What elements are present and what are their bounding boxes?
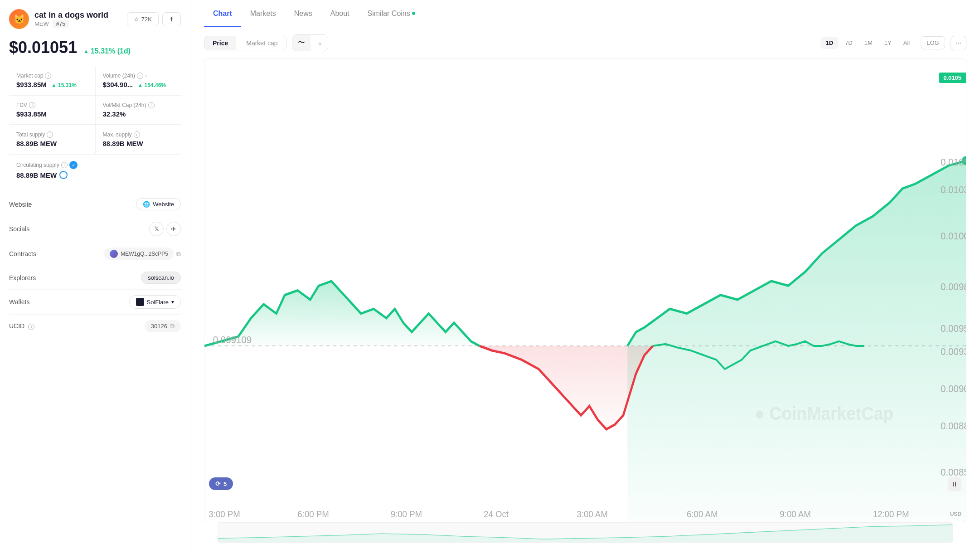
snapshot-button[interactable]: ⟳ 5 xyxy=(209,477,233,490)
tab-similar-coins[interactable]: Similar Coins xyxy=(359,0,424,27)
volume-more-icon[interactable]: › xyxy=(145,73,147,79)
mini-chart-area xyxy=(204,522,966,547)
usd-label: USD xyxy=(950,511,961,517)
svg-text:● CoinMarketCap: ● CoinMarketCap xyxy=(754,403,893,424)
ucid-badge: 30126 ⧉ xyxy=(145,320,181,332)
globe-icon: 🌐 xyxy=(143,201,150,208)
website-button[interactable]: 🌐 Website xyxy=(136,198,181,210)
svg-text:0.0095: 0.0095 xyxy=(941,323,966,335)
contracts-label: Contracts xyxy=(9,250,36,258)
chart-controls: Price Market cap 〜 ⬦ 1D 7D 1M 1Y All LOG… xyxy=(190,27,980,58)
verified-icon: ✓ xyxy=(69,161,78,169)
wallet-icon xyxy=(136,298,144,306)
total-supply-value: 88.89B MEW xyxy=(16,140,87,147)
market-cap-type-button[interactable]: Market cap xyxy=(238,36,286,50)
wallet-button[interactable]: SolFlare ▾ xyxy=(129,295,181,309)
twitter-icon[interactable]: 𝕏 xyxy=(149,222,164,236)
wallets-value: SolFlare ▾ xyxy=(129,295,181,309)
svg-text:0.0103: 0.0103 xyxy=(941,184,966,195)
market-cap-value: $933.85M ▲ 15.31% xyxy=(16,81,87,88)
tab-markets[interactable]: Markets xyxy=(241,0,285,27)
time-7d-button[interactable]: 7D xyxy=(839,37,858,49)
explorers-label: Explorers xyxy=(9,274,36,282)
candle-chart-tool-button[interactable]: ⬦ xyxy=(312,35,328,51)
svg-text:0.0093: 0.0093 xyxy=(941,346,966,358)
watchlist-count: 72K xyxy=(141,16,152,23)
red-area-fill xyxy=(480,346,653,429)
copy-contract-icon[interactable]: ⧉ xyxy=(176,250,181,258)
svg-text:6:00 PM: 6:00 PM xyxy=(297,509,329,519)
header-actions: ☆ 72K ⬆ xyxy=(127,12,181,26)
circ-supply-info-icon[interactable]: i xyxy=(61,162,68,168)
website-label: Website xyxy=(9,201,32,208)
total-supply-info-icon[interactable]: i xyxy=(47,131,53,138)
fdv-card: FDV i $933.85M xyxy=(9,96,95,124)
time-all-button[interactable]: All xyxy=(898,37,915,49)
price-section: $0.01051 15.31% (1d) xyxy=(9,38,181,57)
coin-rank: #75 xyxy=(53,20,69,28)
line-chart-tool-button[interactable]: 〜 xyxy=(292,35,310,51)
circ-supply-label: Circulating supply i ✓ xyxy=(16,161,174,169)
chart-wrapper: 0.0105 0.0103 0.0100 0.0098 0.0095 0.009… xyxy=(190,58,980,554)
wallets-row: Wallets SolFlare ▾ xyxy=(9,290,181,315)
share-button[interactable]: ⬆ xyxy=(162,12,181,26)
contract-badge: MEW1gQ...zScPP5 xyxy=(104,248,174,260)
vol-mkt-card: Vol/Mkt Cap (24h) i 32.32% xyxy=(96,96,181,124)
ucid-info-icon[interactable]: i xyxy=(28,324,34,330)
watchlist-button[interactable]: ☆ 72K xyxy=(127,12,159,26)
max-supply-card: Max. supply i 88.89B MEW xyxy=(96,125,181,154)
max-supply-info-icon[interactable]: i xyxy=(134,131,140,138)
coin-logo: 🐱 xyxy=(9,9,29,29)
stats-grid: Market cap i $933.85M ▲ 15.31% Volume (2… xyxy=(9,66,181,185)
current-price-label: 0.0105 xyxy=(939,73,966,83)
copy-ucid-icon[interactable]: ⧉ xyxy=(170,322,175,330)
fdv-value: $933.85M xyxy=(16,110,87,118)
snapshot-count: 5 xyxy=(223,481,227,487)
explorers-value: solscan.io xyxy=(141,272,181,284)
time-1d-button[interactable]: 1D xyxy=(820,37,839,49)
tab-chart[interactable]: Chart xyxy=(204,0,241,27)
volume-label: Volume (24h) i › xyxy=(103,73,174,79)
price-change: 15.31% (1d) xyxy=(83,47,131,55)
mini-chart xyxy=(218,523,952,542)
circ-supply-value: 88.89B MEW xyxy=(16,171,57,179)
volume-value: $304.90... ▲ 154.46% xyxy=(103,81,174,88)
circ-supply-card: Circulating supply i ✓ 88.89B MEW xyxy=(9,155,181,185)
explorer-button[interactable]: solscan.io xyxy=(141,272,181,284)
tab-news[interactable]: News xyxy=(285,0,321,27)
pause-button[interactable]: ⏸ xyxy=(948,477,961,491)
svg-text:3:00 PM: 3:00 PM xyxy=(209,509,240,519)
svg-text:0.0090: 0.0090 xyxy=(941,383,966,394)
price-type-button[interactable]: Price xyxy=(204,36,236,50)
time-1m-button[interactable]: 1M xyxy=(859,37,878,49)
chart-tool-group: 〜 ⬦ xyxy=(292,34,328,51)
svg-text:0.0085: 0.0085 xyxy=(941,467,966,478)
mini-chart-area xyxy=(218,525,952,542)
log-button[interactable]: LOG xyxy=(921,36,945,49)
ucid-value: 30126 ⧉ xyxy=(145,320,181,332)
max-supply-label: Max. supply i xyxy=(103,131,174,138)
volume-card: Volume (24h) i › $304.90... ▲ 154.46% xyxy=(96,66,181,95)
svg-text:3:00 AM: 3:00 AM xyxy=(577,509,607,519)
fdv-info-icon[interactable]: i xyxy=(29,102,35,108)
more-options-button[interactable]: ··· xyxy=(951,36,966,50)
star-icon: ☆ xyxy=(134,16,139,23)
nav-tabs: Chart Markets News About Similar Coins xyxy=(190,0,980,27)
green-area-fill xyxy=(627,161,966,522)
market-cap-info-icon[interactable]: i xyxy=(45,73,51,79)
tab-about[interactable]: About xyxy=(321,0,359,27)
time-period-group: 1D 7D 1M 1Y All xyxy=(820,37,916,49)
ucid-label: UCID i xyxy=(9,322,34,330)
svg-text:0.0088: 0.0088 xyxy=(941,420,966,432)
chevron-down-icon: ▾ xyxy=(171,299,174,305)
telegram-icon[interactable]: ✈ xyxy=(166,222,181,236)
contract-token-icon xyxy=(110,250,118,258)
time-1y-button[interactable]: 1Y xyxy=(879,37,897,49)
chart-type-group: Price Market cap xyxy=(204,36,286,50)
circ-supply-row: 88.89B MEW xyxy=(16,171,174,179)
svg-text:12:00 PM: 12:00 PM xyxy=(873,509,909,519)
share-icon: ⬆ xyxy=(169,16,174,23)
vol-mkt-info-icon[interactable]: i xyxy=(148,102,155,108)
socials-row: Socials 𝕏 ✈ xyxy=(9,216,181,242)
volume-info-icon[interactable]: i xyxy=(137,73,143,79)
